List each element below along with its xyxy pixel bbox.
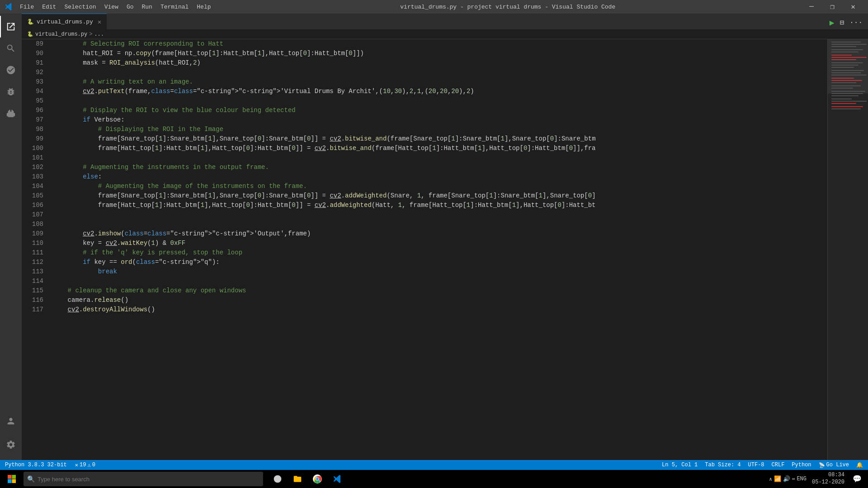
minimap bbox=[827, 39, 868, 460]
activity-settings-icon[interactable] bbox=[0, 434, 22, 455]
cursor-position: Ln 5, Col 1 bbox=[662, 462, 698, 468]
titlebar-left: File Edit Selection View Go Run Terminal… bbox=[5, 3, 215, 11]
error-count: 19 bbox=[80, 462, 86, 468]
breadcrumb-file[interactable]: 🐍 virtual_drums.py bbox=[27, 31, 87, 38]
date-display: 05-12-2020 bbox=[812, 479, 844, 486]
line-number: 113 bbox=[22, 267, 49, 277]
menu-edit[interactable]: Edit bbox=[38, 3, 60, 11]
line-number: 106 bbox=[22, 201, 49, 210]
code-line: # Display the ROI to view the blue colou… bbox=[52, 106, 827, 115]
line-number: 97 bbox=[22, 115, 49, 125]
breadcrumb-location[interactable]: ... bbox=[94, 31, 104, 38]
menu-file[interactable]: File bbox=[16, 3, 38, 11]
line-number: 108 bbox=[22, 220, 49, 229]
line-ending-status[interactable]: CRLF bbox=[770, 462, 786, 468]
vscode-taskbar-button[interactable] bbox=[328, 470, 346, 488]
wifi-icon[interactable]: 📶 bbox=[774, 475, 781, 483]
activity-account-icon[interactable] bbox=[0, 410, 22, 432]
encoding-label: UTF-8 bbox=[748, 462, 764, 468]
menu-terminal[interactable]: Terminal bbox=[157, 3, 192, 11]
chrome-button[interactable] bbox=[308, 470, 326, 488]
line-number: 96 bbox=[22, 106, 49, 115]
more-actions-button[interactable]: ··· bbox=[848, 17, 864, 28]
maximize-button[interactable]: ❐ bbox=[822, 0, 843, 14]
line-number: 105 bbox=[22, 191, 49, 201]
activity-git-icon[interactable] bbox=[0, 59, 22, 81]
tab-size-label: Tab Size: 4 bbox=[705, 462, 741, 468]
line-number: 94 bbox=[22, 87, 49, 96]
task-view-button[interactable] bbox=[269, 470, 287, 488]
activity-debug-icon[interactable] bbox=[0, 81, 22, 103]
svg-point-31 bbox=[316, 478, 319, 480]
search-input[interactable] bbox=[38, 476, 259, 483]
bell-icon: 🔔 bbox=[856, 462, 863, 469]
minimap-content bbox=[828, 39, 868, 460]
line-number: 110 bbox=[22, 239, 49, 248]
editor-tab[interactable]: 🐍 virtual_drums.py ✕ bbox=[22, 14, 107, 29]
notification-button[interactable]: 💬 bbox=[850, 470, 864, 488]
code-line bbox=[52, 96, 827, 106]
editor-area: 🐍 virtual_drums.py ✕ ▶ ⊟ ··· 🐍 virtual_d… bbox=[22, 14, 868, 460]
close-button[interactable]: ✕ bbox=[843, 0, 863, 14]
minimap-slider[interactable] bbox=[828, 39, 868, 94]
code-line: camera.release() bbox=[52, 296, 827, 305]
line-number: 109 bbox=[22, 229, 49, 239]
code-line: # Displaying the ROI in the Image bbox=[52, 125, 827, 134]
volume-icon[interactable]: 🔊 bbox=[783, 475, 790, 483]
error-icon: ✕ bbox=[75, 462, 78, 469]
line-ending-label: CRLF bbox=[772, 462, 785, 468]
minimize-button[interactable]: ─ bbox=[801, 0, 822, 14]
file-explorer-button[interactable] bbox=[288, 470, 307, 488]
notifications-status[interactable]: 🔔 bbox=[855, 462, 864, 469]
code-line: # Selecting ROI corresponding to Hatt bbox=[52, 39, 827, 49]
titlebar: File Edit Selection View Go Run Terminal… bbox=[0, 0, 868, 14]
keyboard-icon[interactable]: ⌨ bbox=[792, 476, 795, 482]
svg-rect-25 bbox=[831, 106, 863, 107]
code-line: frame[Snare_top[1]:Snare_btm[1],Snare_to… bbox=[52, 134, 827, 144]
line-number: 99 bbox=[22, 134, 49, 144]
code-line: # cleanup the camera and close any open … bbox=[52, 286, 827, 296]
language-status[interactable]: Python bbox=[790, 462, 812, 468]
tab-close-icon[interactable]: ✕ bbox=[98, 18, 101, 26]
menu-selection[interactable]: Selection bbox=[61, 3, 99, 11]
code-line bbox=[52, 153, 827, 163]
tab-filename: virtual_drums.py bbox=[37, 19, 93, 25]
activity-explorer-icon[interactable] bbox=[0, 16, 22, 38]
tab-size-status[interactable]: Tab Size: 4 bbox=[703, 462, 742, 468]
menu-run[interactable]: Run bbox=[138, 3, 156, 11]
cursor-position-status[interactable]: Ln 5, Col 1 bbox=[660, 462, 699, 468]
tab-file-icon: 🐍 bbox=[27, 19, 34, 25]
encoding-status[interactable]: UTF-8 bbox=[747, 462, 766, 468]
activity-search-icon[interactable] bbox=[0, 38, 22, 59]
menu-help[interactable]: Help bbox=[193, 3, 214, 11]
run-button[interactable]: ▶ bbox=[828, 16, 836, 29]
start-button[interactable] bbox=[2, 470, 22, 488]
errors-status[interactable]: ✕ 19 ⚠ 0 bbox=[74, 462, 97, 469]
code-line bbox=[52, 220, 827, 229]
code-line: cv2.putText(frame,class=class="c-string"… bbox=[52, 87, 827, 96]
code-editor[interactable]: 8990919293949596979899100101102103104105… bbox=[22, 39, 868, 460]
clock[interactable]: 08:34 05-12-2020 bbox=[809, 472, 847, 486]
code-content[interactable]: # Selecting ROI corresponding to Hatt ha… bbox=[49, 39, 827, 460]
time-display: 08:34 bbox=[828, 472, 844, 479]
code-line bbox=[52, 210, 827, 220]
line-number: 103 bbox=[22, 172, 49, 182]
activity-extensions-icon[interactable] bbox=[0, 103, 22, 124]
golive-status[interactable]: 📡 Go Live bbox=[817, 462, 850, 468]
warning-icon: ⚠ bbox=[87, 462, 90, 469]
line-number: 115 bbox=[22, 286, 49, 296]
menu-view[interactable]: View bbox=[101, 3, 122, 11]
python-version-status[interactable]: Python 3.8.3 32-bit bbox=[4, 462, 68, 468]
language-tray-label[interactable]: ENG bbox=[797, 476, 807, 482]
tab-bar: 🐍 virtual_drums.py ✕ ▶ ⊟ ··· bbox=[22, 14, 868, 29]
up-arrow-icon[interactable]: ∧ bbox=[769, 476, 772, 482]
menu-go[interactable]: Go bbox=[123, 3, 137, 11]
breadcrumb-separator: > bbox=[89, 31, 92, 38]
taskbar-search-box[interactable]: 🔍 bbox=[24, 472, 263, 486]
golive-label: Go Live bbox=[826, 462, 849, 468]
split-editor-button[interactable]: ⊟ bbox=[838, 16, 846, 29]
svg-point-27 bbox=[274, 475, 282, 483]
status-bar: Python 3.8.3 32-bit ✕ 19 ⚠ 0 Ln 5, Col 1… bbox=[0, 460, 868, 470]
taskbar-right: ∧ 📶 🔊 ⌨ ENG 08:34 05-12-2020 💬 bbox=[769, 470, 866, 488]
line-number: 100 bbox=[22, 144, 49, 153]
